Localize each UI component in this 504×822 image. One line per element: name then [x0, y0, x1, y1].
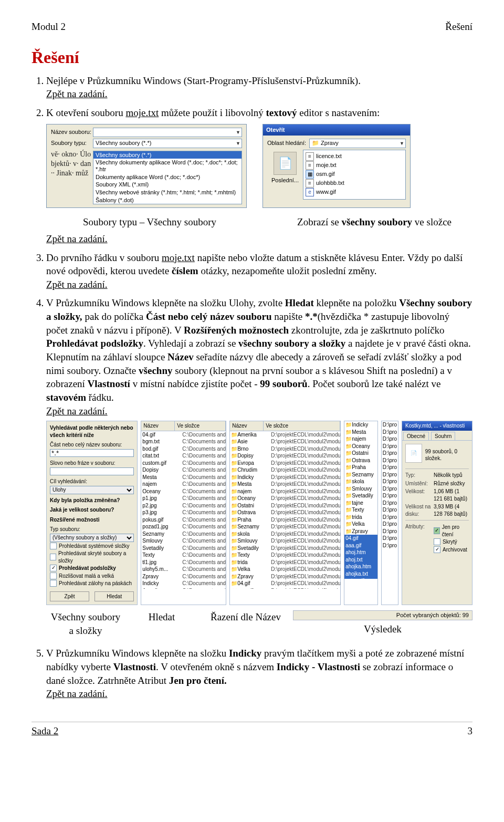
- screenshot-open-dialog: Otevřít Oblast hledání: 📁 Zpravy▼ 📄 Posl…: [262, 124, 411, 208]
- page-title: Řešení: [32, 46, 472, 69]
- screenshot-results-3: 📁Indicky📁Mesta📁najem📁Oceany📁Ostatni📁Ostr…: [344, 421, 378, 605]
- back-link[interactable]: Zpět na zadání.: [46, 233, 108, 244]
- screenshot-results-2: NázevVe složce 📁AmerikaD:\projektECDL\mo…: [229, 421, 341, 605]
- recent-icon[interactable]: 📄: [274, 152, 297, 175]
- screenshot-file-types: Název souboru: ▼ Soubory typu: Všechny s…: [46, 124, 247, 208]
- search-type-select[interactable]: (Všechny soubory a složky): [50, 534, 134, 542]
- item-5: V Průzkumníku Windows klepněte na složku…: [46, 647, 472, 701]
- header-left: Modul 2: [32, 20, 66, 34]
- lookin-combo[interactable]: 📁 Zpravy▼: [309, 139, 406, 148]
- back-link[interactable]: Zpět na zadání.: [46, 405, 108, 417]
- back-button[interactable]: Zpět: [50, 591, 89, 602]
- filetype-dropdown[interactable]: Všechny soubory (*.*) Všechny dokumenty …: [93, 151, 242, 204]
- search-name-input[interactable]: [50, 449, 134, 457]
- footer-right: 3: [468, 724, 473, 738]
- caption-sort-name: Řazení dle Název: [198, 610, 293, 624]
- back-link[interactable]: Zpět na zadání.: [46, 688, 108, 699]
- caption-search: Hledat: [125, 610, 198, 624]
- item-3: Do prvního řádku v souboru moje.txt napi…: [46, 251, 472, 292]
- item-1: Nejlépe v Průzkumníku Windows (Start-Pro…: [46, 74, 472, 101]
- screenshot-results-4: D:\proD:\proD:\proD:\proD:\proD:\proD:\p…: [381, 421, 398, 605]
- caption-all-files-type: Soubory typu – Všechny soubory: [46, 215, 216, 229]
- file-listing[interactable]: ≡licence.txt ≡moje.txt ▦osm.gif ≡ulohbbb…: [303, 150, 406, 200]
- item-2: K otevření souboru moje.txt můžete použí…: [46, 106, 472, 245]
- check-subfolders[interactable]: [50, 565, 57, 571]
- filename-combo[interactable]: ▼: [93, 128, 242, 137]
- file-icon: 📄: [405, 444, 422, 463]
- search-target-select[interactable]: Ulohy: [50, 486, 134, 494]
- search-button[interactable]: Hledat: [94, 591, 134, 602]
- back-link[interactable]: Zpět na zadání.: [46, 88, 108, 99]
- screenshot-results-1: NázevVe složce 04.gifC:\Documents andbgm…: [141, 421, 226, 605]
- header-right: Řešení: [445, 20, 472, 34]
- caption-all-files-folders: Všechny soubory a složky: [46, 610, 125, 637]
- status-count-badge: Počet vybraných objektů: 99: [293, 610, 472, 620]
- item-4: V Průzkumníku Windows klepněte na složku…: [46, 296, 472, 637]
- filetype-combo[interactable]: Všechny soubory (*.*)▼: [93, 139, 242, 148]
- back-link[interactable]: Zpět na zadání.: [46, 279, 108, 290]
- caption-result: Výsledek: [293, 622, 472, 636]
- screenshot-properties: Kostky.mtd, ... - vlastnosti Obecné Souh…: [402, 421, 472, 605]
- search-phrase-input[interactable]: [50, 467, 134, 475]
- screenshot-search-panel: Vyhledávat podle některých nebo všech kr…: [46, 421, 138, 605]
- footer-left[interactable]: Sada 2: [32, 724, 58, 738]
